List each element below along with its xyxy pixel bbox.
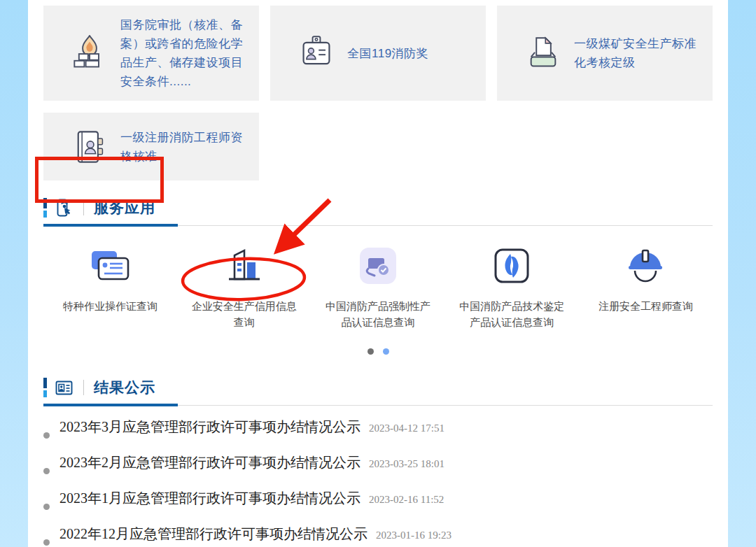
- section-title: 服务应用: [94, 198, 155, 218]
- news-date: 2023-01-16 19:23: [376, 530, 451, 541]
- service-fire-product-technical-appraisal-query[interactable]: 中国消防产品技术鉴定产品认证信息查询: [445, 242, 579, 330]
- flame-square-icon: [493, 248, 530, 284]
- news-item[interactable]: 2022年12月应急管理部行政许可事项办结情况公示 2023-01-16 19:…: [43, 525, 713, 547]
- contact-book-icon: [71, 129, 108, 165]
- service-label[interactable]: 企业安全生产信用信息查询: [189, 298, 300, 330]
- bullet-icon: [43, 468, 50, 474]
- news-date: 2023-04-12 17:51: [369, 422, 444, 434]
- card-label[interactable]: 一级煤矿安全生产标准化考核定级: [574, 34, 700, 72]
- service-registered-safety-engineer-query[interactable]: 注册安全工程师查询: [579, 242, 713, 330]
- news-date: 2023-02-16 11:52: [369, 494, 444, 506]
- hand-shield-icon: [359, 247, 397, 285]
- bullet-icon: [43, 504, 50, 510]
- header-divider: [83, 200, 84, 215]
- approval-cards-grid: 国务院审批（核准、备案）或跨省的危险化学品生产、储存建设项目安全条件......…: [43, 6, 713, 180]
- news-item[interactable]: 2023年3月应急管理部行政许可事项办结情况公示 2023-04-12 17:5…: [43, 418, 713, 453]
- news-title[interactable]: 2022年12月应急管理部行政许可事项办结情况公示: [59, 525, 368, 544]
- results-section-header: 结果公示: [43, 377, 713, 406]
- news-item[interactable]: 2023年2月应急管理部行政许可事项办结情况公示 2023-03-25 18:0…: [43, 453, 713, 489]
- header-divider: [83, 380, 84, 395]
- card-label[interactable]: 全国119消防奖: [347, 44, 428, 63]
- phone-touch-icon: [55, 199, 74, 218]
- service-special-operation-cert-query[interactable]: 特种作业操作证查询: [43, 242, 177, 330]
- bullet-icon: [43, 539, 50, 546]
- service-label[interactable]: 特种作业操作证查询: [63, 298, 158, 314]
- carousel-dot-2-active[interactable]: [383, 348, 389, 355]
- section-underline: [43, 224, 713, 227]
- news-item[interactable]: 2023年1月应急管理部行政许可事项办结情况公示 2023-02-16 11:5…: [43, 489, 713, 525]
- news-date: 2023-03-25 18:01: [369, 458, 444, 470]
- page-content: 国务院审批（核准、备案）或跨省的危险化学品生产、储存建设项目安全条件......…: [28, 0, 728, 547]
- news-title[interactable]: 2023年3月应急管理部行政许可事项办结情况公示: [59, 418, 360, 436]
- service-label[interactable]: 中国消防产品强制性产品认证信息查询: [323, 298, 433, 330]
- carousel-dot-1[interactable]: [368, 348, 374, 355]
- service-label[interactable]: 注册安全工程师查询: [598, 298, 693, 314]
- card-national-119-fire-award[interactable]: 全国119消防奖: [270, 6, 486, 101]
- carousel-pagination: [43, 348, 713, 355]
- services-section-header: 服务应用: [43, 197, 713, 227]
- accent-bar: [43, 378, 47, 397]
- certificate-cards-icon: [90, 250, 131, 282]
- news-title[interactable]: 2023年1月应急管理部行政许可事项办结情况公示: [59, 489, 360, 508]
- card-label[interactable]: 国务院审批（核准、备案）或跨省的危险化学品生产、储存建设项目安全条件......: [120, 15, 246, 91]
- service-fire-product-ccc-query[interactable]: 中国消防产品强制性产品认证信息查询: [311, 242, 444, 330]
- card-coal-mine-standardization[interactable]: 一级煤矿安全生产标准化考核定级: [497, 6, 713, 101]
- section-underline: [43, 404, 713, 406]
- accent-bar: [43, 198, 47, 218]
- document-tray-icon: [525, 35, 561, 71]
- bullet-icon: [43, 432, 50, 439]
- services-row: 特种作业操作证查询 企业安全生产信用信息查询: [43, 242, 713, 330]
- newspaper-icon: [55, 378, 74, 397]
- news-title[interactable]: 2023年2月应急管理部行政许可事项办结情况公示: [59, 453, 360, 472]
- card-label[interactable]: 一级注册消防工程师资格核准: [120, 128, 246, 166]
- buildings-icon: [226, 248, 262, 283]
- section-title: 结果公示: [94, 378, 155, 397]
- card-state-council-approval[interactable]: 国务院审批（核准、备案）或跨省的危险化学品生产、储存建设项目安全条件......: [43, 6, 259, 101]
- service-label[interactable]: 中国消防产品技术鉴定产品认证信息查询: [456, 298, 567, 330]
- id-badge-icon: [298, 35, 335, 71]
- service-enterprise-safety-credit-query[interactable]: 企业安全生产信用信息查询: [177, 242, 311, 330]
- safety-helmet-icon: [625, 248, 666, 283]
- card-fire-engineer-qualification[interactable]: 一级注册消防工程师资格核准: [43, 113, 259, 180]
- firewall-flame-icon: [71, 35, 108, 71]
- results-news-list: 2023年3月应急管理部行政许可事项办结情况公示 2023-04-12 17:5…: [43, 418, 713, 547]
